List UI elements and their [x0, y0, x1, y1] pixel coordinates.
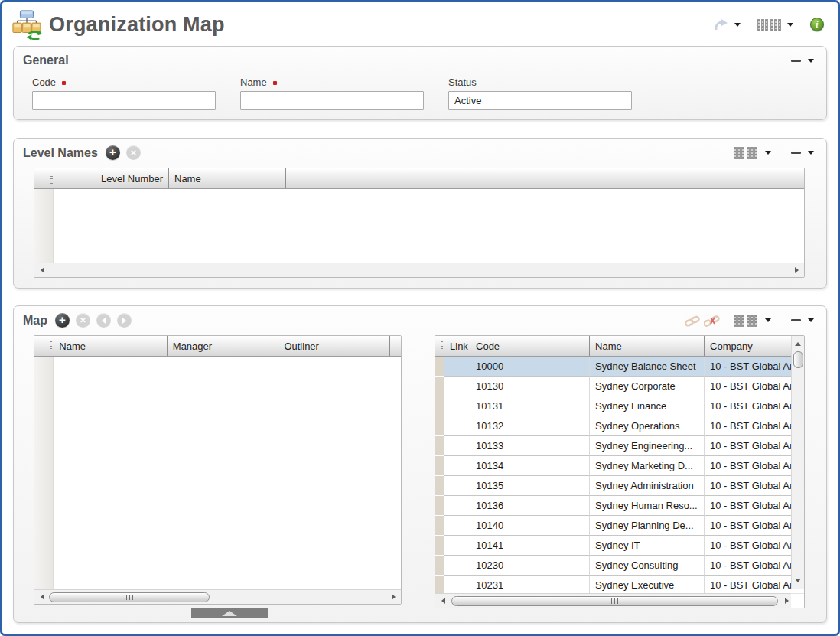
- column-header-level-number[interactable]: Level Number: [54, 168, 169, 188]
- row-strip[interactable]: [435, 377, 444, 396]
- level-names-grid-body: [34, 189, 804, 263]
- status-input[interactable]: [448, 91, 632, 110]
- organization-map-window: Organization Map i General Code: [0, 0, 840, 636]
- cell-code: 10136: [470, 496, 590, 516]
- vertical-scrollbar[interactable]: [791, 336, 804, 589]
- cell-company: 10 - BST Global Au: [705, 476, 794, 496]
- row-strip[interactable]: [435, 396, 444, 416]
- available-grid-row[interactable]: 10134Sydney Marketing D...10 - BST Globa…: [435, 456, 794, 476]
- row-strip[interactable]: [435, 476, 444, 496]
- cell-link: [444, 357, 470, 377]
- status-label: Status: [448, 77, 477, 88]
- app-header: Organization Map i: [2, 2, 838, 44]
- row-strip[interactable]: [435, 357, 444, 377]
- section-menu-caret[interactable]: [808, 318, 814, 322]
- cell-link: [444, 377, 470, 396]
- available-grid-row[interactable]: 10133Sydney Engineering...10 - BST Globa…: [435, 436, 794, 456]
- columns-menu-caret[interactable]: [787, 23, 793, 27]
- available-grid-row[interactable]: 10230Sydney Consulting10 - BST Global Au: [435, 556, 794, 576]
- columns-icon[interactable]: [757, 18, 782, 31]
- cell-name: Sydney Marketing D...: [590, 456, 705, 476]
- collapse-button[interactable]: [791, 152, 801, 154]
- available-grid-row[interactable]: 10231Sydney Executive10 - BST Global Au: [435, 576, 794, 593]
- column-header-code[interactable]: Code: [470, 336, 590, 356]
- column-header-outliner[interactable]: Outliner: [278, 336, 390, 356]
- available-grid-row[interactable]: 10131Sydney Finance10 - BST Global Au: [435, 396, 794, 416]
- status-field-group: Status: [448, 77, 632, 110]
- section-menu-caret[interactable]: [808, 59, 814, 63]
- row-strip[interactable]: [435, 576, 444, 593]
- columns-icon[interactable]: [734, 314, 758, 327]
- scroll-down-button[interactable]: [793, 575, 803, 586]
- horizontal-scrollbar[interactable]: [34, 263, 804, 277]
- available-grid-row[interactable]: 10135Sydney Administration10 - BST Globa…: [435, 476, 794, 496]
- collapse-button[interactable]: [791, 319, 801, 321]
- available-grid-row[interactable]: 10000Sydney Balance Sheet10 - BST Global…: [435, 357, 794, 377]
- cell-link: [444, 396, 470, 416]
- scroll-right-button[interactable]: [791, 265, 802, 276]
- available-rows: 10000Sydney Balance Sheet10 - BST Global…: [435, 357, 794, 593]
- add-map-node-button[interactable]: +: [55, 313, 70, 328]
- column-header-link[interactable]: Link: [444, 336, 470, 356]
- scrollbar-thumb[interactable]: [793, 351, 803, 368]
- row-strip[interactable]: [435, 416, 444, 436]
- share-menu-caret[interactable]: [734, 23, 741, 27]
- collapse-button[interactable]: [791, 60, 801, 62]
- columns-icon[interactable]: [734, 146, 758, 159]
- cell-company: 10 - BST Global Au: [705, 576, 794, 593]
- column-header-name[interactable]: Name: [590, 336, 705, 356]
- column-header-company[interactable]: Company: [705, 336, 794, 356]
- name-input[interactable]: [240, 91, 424, 110]
- columns-menu-caret[interactable]: [765, 151, 771, 155]
- scroll-right-button[interactable]: [781, 595, 792, 607]
- scroll-left-button[interactable]: [438, 595, 448, 607]
- move-right-button[interactable]: [117, 313, 132, 328]
- scroll-left-button[interactable]: [37, 592, 47, 603]
- horizontal-scrollbar[interactable]: [435, 593, 794, 608]
- available-grid-row[interactable]: 10136Sydney Human Reso...10 - BST Global…: [435, 496, 794, 516]
- column-header-name[interactable]: Name: [169, 168, 286, 188]
- cell-company: 10 - BST Global Au: [705, 396, 794, 416]
- cell-link: [444, 556, 470, 576]
- move-left-button[interactable]: [96, 313, 111, 328]
- link-icon[interactable]: [685, 315, 700, 327]
- available-grid-row[interactable]: 10140Sydney Planning De...10 - BST Globa…: [435, 516, 794, 536]
- available-grid-row[interactable]: 10132Sydney Operations10 - BST Global Au: [435, 416, 794, 436]
- row-strip[interactable]: [435, 436, 444, 456]
- scrollbar-thumb[interactable]: [451, 596, 778, 606]
- cell-name: Sydney Operations: [590, 416, 705, 436]
- drag-grip[interactable]: [50, 174, 53, 184]
- scroll-up-button[interactable]: [793, 338, 803, 350]
- column-header-manager[interactable]: Manager: [168, 336, 279, 356]
- scrollbar-thumb[interactable]: [49, 592, 210, 602]
- unlink-icon[interactable]: [704, 315, 721, 327]
- cell-code: 10131: [470, 396, 590, 416]
- row-strip[interactable]: [435, 556, 444, 576]
- row-strip[interactable]: [435, 496, 444, 516]
- info-icon[interactable]: i: [810, 18, 824, 31]
- delete-level-button[interactable]: ✕: [126, 145, 141, 160]
- scroll-left-button[interactable]: [37, 265, 47, 276]
- code-input[interactable]: [32, 91, 216, 110]
- add-level-button[interactable]: +: [106, 145, 120, 160]
- cell-name: Sydney Planning De...: [590, 516, 705, 536]
- columns-menu-caret[interactable]: [765, 318, 771, 322]
- map-assigned-grid: Name Manager Outliner: [34, 335, 402, 605]
- cell-name: Sydney Human Reso...: [590, 496, 705, 516]
- row-strip[interactable]: [435, 516, 444, 536]
- splitter-handle[interactable]: [191, 608, 268, 618]
- row-strip[interactable]: [435, 456, 444, 476]
- scroll-right-button[interactable]: [388, 592, 399, 603]
- share-icon[interactable]: [714, 18, 729, 31]
- delete-map-node-button[interactable]: ✕: [76, 313, 90, 328]
- available-grid-row[interactable]: 10141Sydney IT10 - BST Global Au: [435, 536, 794, 556]
- section-menu-caret[interactable]: [808, 151, 814, 155]
- cell-link: [444, 496, 470, 516]
- row-strip[interactable]: [435, 536, 444, 556]
- drag-grip[interactable]: [441, 341, 443, 351]
- cell-name: Sydney Finance: [590, 396, 705, 416]
- column-header-name[interactable]: Name: [54, 336, 168, 356]
- horizontal-scrollbar[interactable]: [34, 589, 401, 604]
- drag-grip[interactable]: [50, 341, 52, 351]
- available-grid-row[interactable]: 10130Sydney Corporate10 - BST Global Au: [435, 377, 794, 396]
